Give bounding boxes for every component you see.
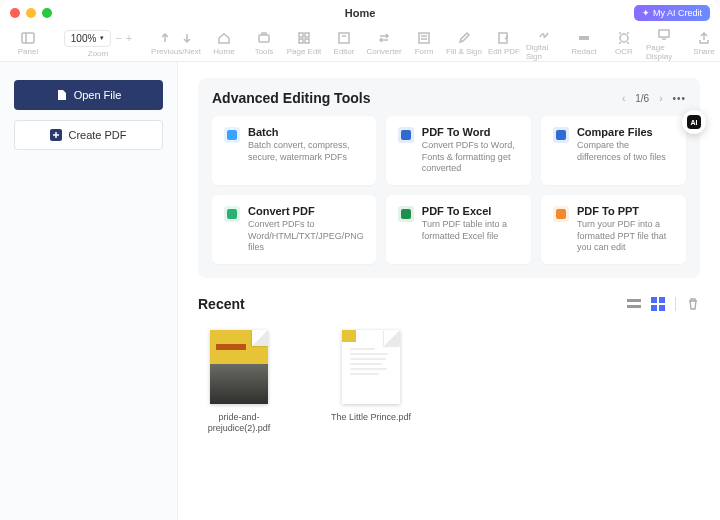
svg-rect-3 xyxy=(299,33,303,37)
grid-view-icon xyxy=(651,297,665,311)
tool-card-title: PDF To Excel xyxy=(422,205,519,217)
tool-card-title: Batch xyxy=(248,126,364,138)
converter-button[interactable]: Converter xyxy=(366,31,402,56)
grid-view-button[interactable] xyxy=(651,297,665,311)
list-view-button[interactable] xyxy=(627,297,641,311)
open-file-button[interactable]: Open File xyxy=(14,80,163,110)
recent-header: Recent xyxy=(198,296,700,312)
tool-card-desc: Convert PDFs to Word, Fonts & formatting… xyxy=(422,140,519,175)
ai-icon: AI xyxy=(687,115,701,129)
tool-card-icon xyxy=(398,206,414,222)
tool-card[interactable]: Convert PDF Convert PDFs to Word/HTML/TX… xyxy=(212,195,376,264)
chevron-down-icon: ▾ xyxy=(100,34,104,42)
grid-icon xyxy=(297,31,311,45)
advanced-tools-panel: Advanced Editing Tools ‹ 1/6 › ••• Batch… xyxy=(198,78,700,278)
app-window: Home ✦ My AI Credit Panel 100% ▾ − + Zoo… xyxy=(0,0,720,520)
pen-icon xyxy=(457,31,471,45)
svg-rect-15 xyxy=(659,30,669,37)
create-pdf-label: Create PDF xyxy=(68,129,126,141)
prev-next-nav[interactable]: Previous/Next xyxy=(150,31,202,56)
main-content: Advanced Editing Tools ‹ 1/6 › ••• Batch… xyxy=(178,62,720,520)
tool-card-icon xyxy=(224,206,240,222)
tool-card[interactable]: PDF To PPT Turn your PDF into a formatte… xyxy=(541,195,686,264)
zoom-out-button[interactable]: − xyxy=(115,32,121,44)
page-edit-button[interactable]: Page Edit xyxy=(286,31,322,56)
doc-name: pride-and-prejudice(2).pdf xyxy=(198,412,280,435)
tool-card[interactable]: PDF To Word Convert PDFs to Word, Fonts … xyxy=(386,116,531,185)
zoom-control: 100% ▾ − + Zoom xyxy=(62,30,134,58)
more-options-button[interactable]: ••• xyxy=(672,93,686,104)
share-label: Share xyxy=(693,47,714,56)
zoom-dropdown[interactable]: 100% ▾ xyxy=(64,30,112,47)
panel-icon xyxy=(21,31,35,45)
zoom-value: 100% xyxy=(71,33,97,44)
edit-pdf-button[interactable]: Edit PDF xyxy=(486,31,522,56)
ocr-icon xyxy=(617,31,631,45)
doc-thumbnail xyxy=(210,330,268,404)
editor-icon xyxy=(337,31,351,45)
file-icon xyxy=(56,89,68,101)
create-pdf-button[interactable]: Create PDF xyxy=(14,120,163,150)
zoom-label: Zoom xyxy=(88,49,108,58)
fill-sign-button[interactable]: Fill & Sign xyxy=(446,31,482,56)
recent-doc[interactable]: The Little Prince.pdf xyxy=(336,330,406,435)
svg-rect-13 xyxy=(579,36,589,40)
svg-rect-24 xyxy=(627,299,641,302)
main-toolbar: Panel 100% ▾ − + Zoom Previous/Next xyxy=(0,26,720,62)
form-button[interactable]: Form xyxy=(406,31,442,56)
recent-doc[interactable]: pride-and-prejudice(2).pdf xyxy=(204,330,274,435)
open-file-label: Open File xyxy=(74,89,122,101)
window-title: Home xyxy=(0,7,720,19)
svg-rect-26 xyxy=(651,297,657,303)
recent-section: Recent xyxy=(198,296,700,435)
tool-card-title: PDF To Word xyxy=(422,126,519,138)
page-indicator: 1/6 xyxy=(635,93,649,104)
ai-credit-label: My AI Credit xyxy=(653,8,702,18)
tool-card[interactable]: Batch Batch convert, compress, secure, w… xyxy=(212,116,376,185)
page-prev-button[interactable]: ‹ xyxy=(622,93,625,104)
home-button[interactable]: Home xyxy=(206,31,242,56)
tool-card-title: Convert PDF xyxy=(248,205,364,217)
svg-rect-29 xyxy=(659,305,665,311)
digital-sign-button[interactable]: Digital Sign xyxy=(526,27,562,61)
page-display-button[interactable]: Page Display xyxy=(646,27,682,61)
page-next-button[interactable]: › xyxy=(659,93,662,104)
svg-rect-4 xyxy=(305,33,309,37)
redact-button[interactable]: Redact xyxy=(566,31,602,56)
delete-button[interactable] xyxy=(686,297,700,311)
content-body: Open File Create PDF Advanced Editing To… xyxy=(0,62,720,520)
sparkle-icon: ✦ xyxy=(642,8,650,18)
svg-rect-21 xyxy=(227,209,237,219)
svg-rect-28 xyxy=(651,305,657,311)
home-icon xyxy=(217,31,231,45)
view-separator xyxy=(675,297,676,311)
tools-button[interactable]: Tools xyxy=(246,31,282,56)
tool-card[interactable]: Compare Files Compare the differences of… xyxy=(541,116,686,185)
advanced-tools-grid: Batch Batch convert, compress, secure, w… xyxy=(212,116,686,264)
svg-rect-2 xyxy=(259,35,269,42)
zoom-in-button[interactable]: + xyxy=(126,32,132,44)
editor-button[interactable]: Editor xyxy=(326,31,362,56)
ocr-button[interactable]: OCR xyxy=(606,31,642,56)
ai-credit-button[interactable]: ✦ My AI Credit xyxy=(634,5,710,21)
ai-assistant-button[interactable]: AI xyxy=(682,110,706,134)
plus-square-icon xyxy=(50,129,62,141)
ocr-label: OCR xyxy=(615,47,633,56)
svg-rect-22 xyxy=(401,209,411,219)
tool-card[interactable]: PDF To Excel Turn PDF table into a forma… xyxy=(386,195,531,264)
doc-thumbnail xyxy=(342,330,400,404)
tool-card-title: PDF To PPT xyxy=(577,205,674,217)
tool-card-desc: Turn PDF table into a formatted Excel fi… xyxy=(422,219,519,242)
svg-rect-5 xyxy=(299,39,303,43)
list-icon xyxy=(627,297,641,311)
recent-title: Recent xyxy=(198,296,245,312)
redact-icon xyxy=(577,31,591,45)
tool-card-icon xyxy=(553,127,569,143)
converter-icon xyxy=(377,31,391,45)
display-icon xyxy=(657,27,671,41)
share-button[interactable]: Share xyxy=(686,31,720,56)
tool-card-desc: Turn your PDF into a formatted PPT file … xyxy=(577,219,674,254)
redact-label: Redact xyxy=(571,47,596,56)
form-icon xyxy=(417,31,431,45)
panel-toggle[interactable]: Panel xyxy=(10,31,46,56)
